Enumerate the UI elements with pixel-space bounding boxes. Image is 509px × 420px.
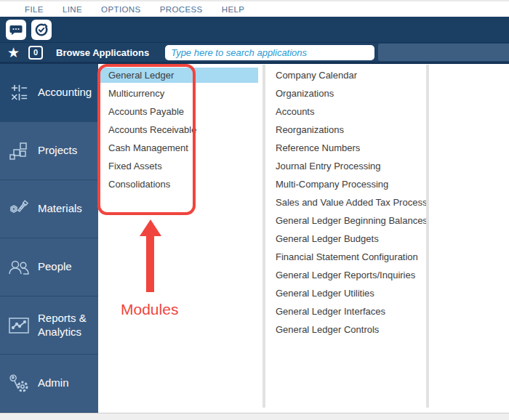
zero-key-badge[interactable]: 0	[28, 46, 43, 60]
menu-bar: FILE LINE OPTIONS PROCESS HELP	[0, 0, 509, 17]
people-icon	[0, 258, 38, 277]
app-item-multi-company-processing[interactable]: Multi-Company Processing	[265, 175, 426, 193]
nut-bolt-icon	[0, 199, 38, 219]
sidebar-item-label: Materials	[38, 202, 87, 216]
app-item-company-calendar[interactable]: Company Calendar	[265, 66, 426, 84]
menu-options[interactable]: OPTIONS	[101, 5, 141, 14]
sidebar-item-admin[interactable]: Admin	[0, 355, 98, 413]
menu-help[interactable]: HELP	[222, 5, 245, 14]
sidebar-item-label: Admin	[38, 376, 73, 390]
app-item-reorganizations[interactable]: Reorganizations	[265, 121, 426, 139]
app-item-gl-interfaces[interactable]: General Ledger Interfaces	[265, 302, 426, 320]
application-bar: ★ 0 Browse Applications	[0, 42, 509, 64]
search-input[interactable]	[165, 45, 374, 60]
menu-process[interactable]: PROCESS	[160, 5, 203, 14]
app-item-gl-reports-inquiries[interactable]: General Ledger Reports/Inquiries	[265, 266, 426, 284]
org-squares-icon	[0, 141, 38, 161]
browse-applications-label: Browse Applications	[56, 47, 149, 58]
app-item-organizations[interactable]: Organizations	[265, 84, 426, 102]
timer-check-icon	[34, 23, 49, 37]
sidebar-item-projects[interactable]: Projects	[0, 122, 98, 180]
star-icon[interactable]: ★	[7, 46, 20, 60]
key-gear-icon	[0, 373, 38, 394]
chat-icon	[9, 23, 23, 37]
app-item-gl-budgets[interactable]: General Ledger Budgets	[265, 230, 426, 248]
menu-line[interactable]: LINE	[63, 5, 82, 14]
app-item-gl-controls[interactable]: General Ledger Controls	[265, 320, 426, 339]
sidebar-item-reports-analytics[interactable]: Reports & Analytics	[0, 296, 98, 355]
app-item-gl-beginning-balances[interactable]: General Ledger Beginning Balances	[265, 211, 426, 230]
app-item-sales-vat-processing[interactable]: Sales and Value Added Tax Processing	[265, 193, 426, 211]
sidebar-item-people[interactable]: People	[0, 238, 98, 296]
module-item-multicurrency[interactable]: Multicurrency	[100, 84, 258, 102]
app-item-financial-statement-configuration[interactable]: Financial Statement Configuration	[265, 248, 426, 266]
module-item-consolidations[interactable]: Consolidations	[100, 175, 258, 193]
chart-icon	[0, 316, 38, 335]
bottom-bar	[0, 413, 509, 420]
timer-button[interactable]	[31, 20, 52, 40]
sidebar-item-label: Reports & Analytics	[38, 312, 98, 339]
app-item-accounts[interactable]: Accounts	[265, 102, 426, 121]
modules-panel: General Ledger Multicurrency Accounts Pa…	[98, 64, 262, 413]
menu-file[interactable]: FILE	[25, 5, 44, 14]
category-sidebar: Accounting Projects	[0, 64, 98, 413]
applications-list: Company Calendar Organizations Accounts …	[265, 66, 426, 339]
module-item-accounts-receivable[interactable]: Accounts Receivable	[100, 121, 258, 139]
sidebar-item-label: Projects	[38, 144, 81, 158]
app-bar-right-panel	[378, 44, 509, 61]
sidebar-item-materials[interactable]: Materials	[0, 180, 98, 238]
chat-button[interactable]	[6, 20, 26, 40]
module-item-general-ledger[interactable]: General Ledger	[100, 68, 258, 83]
toolbar	[0, 17, 509, 42]
app-item-reference-numbers[interactable]: Reference Numbers	[265, 139, 426, 157]
sidebar-item-label: People	[38, 260, 76, 274]
empty-panel	[429, 64, 509, 413]
main-body: Accounting Projects	[0, 64, 509, 413]
applications-panel: Company Calendar Organizations Accounts …	[265, 64, 426, 413]
app-item-journal-entry-processing[interactable]: Journal Entry Processing	[265, 157, 426, 175]
sidebar-item-label: Accounting	[38, 86, 96, 100]
calculator-icon	[0, 83, 38, 102]
module-item-accounts-payable[interactable]: Accounts Payable	[100, 102, 258, 121]
sidebar-item-accounting[interactable]: Accounting	[0, 64, 98, 122]
module-item-fixed-assets[interactable]: Fixed Assets	[100, 157, 258, 175]
app-item-gl-utilities[interactable]: General Ledger Utilities	[265, 284, 426, 302]
module-item-cash-management[interactable]: Cash Management	[100, 139, 258, 157]
modules-list: General Ledger Multicurrency Accounts Pa…	[98, 68, 262, 193]
